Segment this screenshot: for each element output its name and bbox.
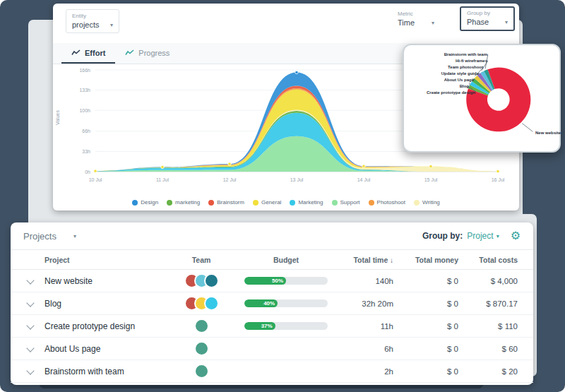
pie-label: Create prototype design xyxy=(427,90,475,95)
column-header-budget[interactable]: Budget xyxy=(237,256,335,264)
budget-bar-wrap: 37% xyxy=(244,322,328,330)
legend-item-design[interactable]: Design xyxy=(132,199,158,206)
table-row[interactable]: About Us page6h$ 0$ 60 xyxy=(11,338,533,360)
metric-dropdown[interactable]: Metric Time ▾ xyxy=(398,11,434,27)
entity-value: projects xyxy=(72,20,100,29)
data-point xyxy=(429,165,432,167)
legend-label: Photoshoot xyxy=(377,199,405,206)
column-header-team[interactable]: Team xyxy=(166,256,237,264)
gear-icon[interactable]: ⚙ xyxy=(511,230,521,242)
project-name: Brainstorm with team xyxy=(44,367,166,376)
project-name: Create prototype design xyxy=(44,321,166,331)
column-header-project[interactable]: Project xyxy=(44,256,166,264)
team-cell xyxy=(166,273,237,288)
row-expander[interactable] xyxy=(23,324,44,328)
x-tick-label: 10 Jul xyxy=(89,177,102,182)
groupby-label: Group by xyxy=(467,10,508,16)
line-chart-icon xyxy=(125,49,134,56)
table-row[interactable]: Blog40%32h 20m$ 0$ 870.17 xyxy=(11,292,533,315)
chevron-down-icon: ▾ xyxy=(505,19,508,25)
total-money-value: $ 0 xyxy=(393,367,458,376)
y-tick-label: 33h xyxy=(82,149,90,154)
avatar xyxy=(204,273,219,288)
design-color-dot xyxy=(132,200,138,206)
projects-selector-dropdown[interactable]: Projects ▾ xyxy=(23,231,76,242)
avatar xyxy=(194,341,209,356)
data-point xyxy=(94,170,97,172)
legend-item-marketing[interactable]: Marketing xyxy=(290,199,323,206)
chevron-down-icon xyxy=(26,367,34,374)
avatar-group xyxy=(184,273,219,288)
column-header-label: Total time xyxy=(353,256,388,264)
table-groupby-dropdown[interactable]: Project ▾ xyxy=(467,231,499,241)
entity-dropdown[interactable]: Entity projects ▾ xyxy=(66,9,119,33)
legend-label: Brainstorm xyxy=(217,199,244,206)
data-point xyxy=(362,165,365,167)
row-expander[interactable] xyxy=(23,347,44,351)
avatar xyxy=(194,319,209,333)
budget-cell: 37% xyxy=(237,322,335,330)
legend-item-marketing[interactable]: marketing xyxy=(167,199,200,206)
pie-label: About Us page xyxy=(444,78,474,82)
budget-bar-wrap: 50% xyxy=(244,277,328,285)
pie-leader-line xyxy=(522,124,533,132)
total-money-value: $ 0 xyxy=(393,345,458,353)
chevron-down-icon: ▾ xyxy=(73,233,76,239)
team-cell xyxy=(166,341,237,356)
tab-label: Effort xyxy=(85,49,105,57)
tab-progress[interactable]: Progress xyxy=(115,43,179,64)
brainstorm-color-dot xyxy=(208,200,214,206)
data-point xyxy=(161,165,164,168)
total-time-value: 140h xyxy=(335,277,393,285)
legend-label: General xyxy=(261,199,281,206)
data-point xyxy=(496,170,499,172)
chevron-down-icon xyxy=(26,276,34,284)
table-row[interactable]: New website50%140h$ 0$ 4,000 xyxy=(11,270,533,292)
legend-label: Marketing xyxy=(298,199,323,206)
table-row[interactable]: Create prototype design37%11h$ 0$ 110 xyxy=(11,315,533,338)
phase-donut-card: Brainstorm with teamHi-fi wireframesTeam… xyxy=(403,44,561,153)
legend-item-writing[interactable]: Writing xyxy=(414,199,440,206)
x-tick-label: 12 Jul xyxy=(223,177,237,182)
tab-effort[interactable]: Effort xyxy=(61,43,115,64)
legend-item-general[interactable]: General xyxy=(253,199,281,206)
column-header-total-time[interactable]: Total time ↓ xyxy=(335,256,393,264)
dashboard-background: Entity projects ▾ Metric Time ▾ Group by… xyxy=(0,0,565,392)
y-tick-label: 66h xyxy=(82,129,90,133)
column-header-label: Team xyxy=(192,256,211,264)
groupby-value: Phase xyxy=(467,18,489,26)
budget-bar-fill: 50% xyxy=(244,277,286,285)
legend-item-photoshoot[interactable]: Photoshoot xyxy=(369,199,405,206)
column-header-total-money[interactable]: Total money xyxy=(393,256,458,264)
column-header-total-costs[interactable]: Total costs xyxy=(458,256,518,264)
project-name: About Us page xyxy=(44,344,166,354)
total-costs-value: $ 60 xyxy=(458,345,518,353)
row-expander[interactable] xyxy=(23,369,44,374)
groupby-prefix-label: Group by: xyxy=(422,231,463,241)
table-header-bar: Projects ▾ Group by: Project ▾ ⚙ xyxy=(11,222,533,250)
entity-label: Entity xyxy=(72,13,113,19)
marketing-color-dot xyxy=(290,200,295,206)
row-expander[interactable] xyxy=(23,302,44,306)
table-column-headers: ProjectTeamBudgetTotal time ↓Total money… xyxy=(11,250,533,270)
y-tick-label: 100h xyxy=(79,108,90,113)
pie-label: New website xyxy=(535,131,561,135)
chevron-down-icon: ▾ xyxy=(496,233,499,239)
total-money-value: $ 0 xyxy=(393,299,458,308)
total-time-value: 2h xyxy=(335,367,393,376)
pie-label: Hi-fi wireframes xyxy=(456,59,487,63)
budget-cell: 50% xyxy=(237,277,335,285)
table-row[interactable]: Brainstorm with team2h$ 0$ 20 xyxy=(11,360,533,383)
legend-label: Writing xyxy=(422,199,440,206)
avatar-group xyxy=(184,296,219,311)
legend-item-support[interactable]: Support xyxy=(332,199,360,206)
budget-bar-wrap: 40% xyxy=(244,299,328,307)
legend-item-brainstorm[interactable]: Brainstorm xyxy=(208,199,244,206)
total-time-value: 32h 20m xyxy=(335,299,393,308)
row-expander[interactable] xyxy=(23,279,44,283)
groupby-dropdown[interactable]: Group by Phase ▾ xyxy=(460,6,515,31)
x-tick-label: 13 Jul xyxy=(290,177,304,182)
total-costs-value: $ 870.17 xyxy=(458,299,518,308)
total-money-value: $ 0 xyxy=(393,322,458,331)
chevron-down-icon: ▾ xyxy=(110,22,113,28)
